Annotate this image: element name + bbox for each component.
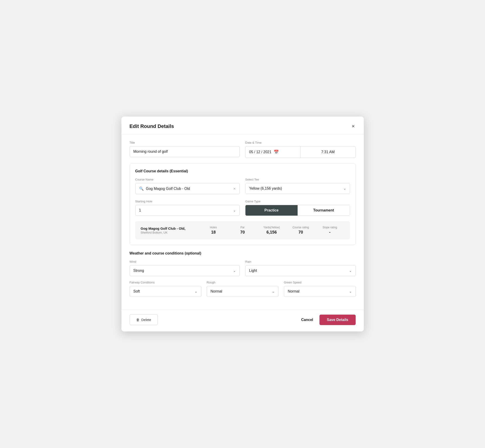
footer-right: Cancel Save Details <box>299 315 356 325</box>
course-info-name-text: Gog Magog Golf Club - Old, <box>141 226 199 230</box>
par-stat: Par 70 <box>228 226 257 235</box>
course-info-name: Gog Magog Golf Club - Old, Shelford Bott… <box>141 226 199 234</box>
holes-value: 18 <box>199 230 228 235</box>
yards-stat: Yards(Yellow) 6,156 <box>257 226 286 235</box>
green-speed-label: Green Speed <box>284 281 356 284</box>
search-icon: 🔍 <box>139 186 144 191</box>
select-tee-label: Select Tee <box>245 178 350 181</box>
chevron-down-icon-2: ⌄ <box>233 208 236 212</box>
tournament-toggle[interactable]: Tournament <box>298 205 350 216</box>
fairway-value: Soft <box>133 289 140 293</box>
fairway-dropdown[interactable]: Soft ⌄ <box>129 286 201 297</box>
course-rating-stat: Course rating 70 <box>286 226 315 235</box>
select-tee-value: Yellow (6,156 yards) <box>249 186 282 191</box>
datetime-label: Date & Time <box>245 141 356 144</box>
game-type-group: Game Type Practice Tournament <box>245 200 350 216</box>
clear-course-icon[interactable]: ✕ <box>233 187 236 191</box>
calendar-icon: 📅 <box>274 150 279 155</box>
chevron-down-icon-5: ⌄ <box>195 289 197 293</box>
course-rating-value: 70 <box>286 230 315 235</box>
holes-label: Holes <box>199 226 228 229</box>
save-button[interactable]: Save Details <box>319 315 356 325</box>
par-label: Par <box>228 226 257 229</box>
title-label: Title <box>129 141 240 144</box>
delete-label: Delete <box>141 318 151 322</box>
course-rating-label: Course rating <box>286 226 315 229</box>
starting-hole-value: 1 <box>139 208 141 212</box>
close-button[interactable]: × <box>351 123 356 130</box>
fairway-label: Fairway Conditions <box>129 281 201 284</box>
par-value: 70 <box>228 230 257 235</box>
wind-group: Wind Strong ⌄ <box>129 260 240 276</box>
rough-value: Normal <box>211 289 222 293</box>
chevron-down-icon-3: ⌄ <box>233 269 236 272</box>
wind-label: Wind <box>129 260 240 263</box>
fairway-group: Fairway Conditions Soft ⌄ <box>129 281 201 297</box>
date-part[interactable]: 05 / 12 / 2021 📅 <box>245 146 300 158</box>
select-tee-dropdown[interactable]: Yellow (6,156 yards) ⌄ <box>245 183 350 194</box>
starting-hole-group: Starting Hole 1 ⌄ <box>135 200 240 216</box>
green-speed-value: Normal <box>288 289 300 293</box>
golf-course-section: Golf Course details (Essential) Course N… <box>129 163 356 245</box>
game-type-label: Game Type <box>245 200 350 203</box>
rough-dropdown[interactable]: Normal ⌄ <box>207 286 278 297</box>
starting-hole-dropdown[interactable]: 1 ⌄ <box>135 205 240 216</box>
wind-rain-row: Wind Strong ⌄ Rain Light ⌄ <box>129 260 356 276</box>
rough-group: Rough Normal ⌄ <box>207 281 278 297</box>
yards-label: Yards(Yellow) <box>257 226 286 229</box>
chevron-down-icon-4: ⌄ <box>349 269 352 272</box>
hole-gametype-row: Starting Hole 1 ⌄ Game Type Practice Tou… <box>135 200 350 216</box>
wind-value: Strong <box>133 269 144 273</box>
rain-value: Light <box>249 269 257 273</box>
delete-button[interactable]: 🗑 Delete <box>129 314 158 325</box>
trash-icon: 🗑 <box>136 318 140 322</box>
rain-label: Rain <box>245 260 356 263</box>
course-info-box: Gog Magog Golf Club - Old, Shelford Bott… <box>135 221 350 239</box>
modal-body: Title Date & Time 05 / 12 / 2021 📅 7:31 … <box>121 135 364 308</box>
wind-dropdown[interactable]: Strong ⌄ <box>129 265 240 276</box>
time-part[interactable]: 7:31 AM <box>300 146 356 158</box>
date-time-row: 05 / 12 / 2021 📅 7:31 AM <box>245 146 356 158</box>
green-speed-group: Green Speed Normal ⌄ <box>284 281 356 297</box>
chevron-down-icon-7: ⌄ <box>349 289 352 293</box>
modal-footer: 🗑 Delete Cancel Save Details <box>121 310 364 331</box>
modal-title: Edit Round Details <box>129 123 174 129</box>
course-name-value: Gog Magog Golf Club - Old <box>146 187 231 191</box>
practice-toggle[interactable]: Practice <box>245 205 298 216</box>
green-speed-dropdown[interactable]: Normal ⌄ <box>284 286 356 297</box>
course-name-label: Course Name <box>135 178 240 181</box>
rough-label: Rough <box>207 281 278 284</box>
course-name-field[interactable]: 🔍 Gog Magog Golf Club - Old ✕ <box>135 183 240 194</box>
course-info-location: Shelford Bottom, UK <box>141 231 199 234</box>
rain-dropdown[interactable]: Light ⌄ <box>245 265 356 276</box>
time-value: 7:31 AM <box>321 150 335 154</box>
chevron-down-icon-6: ⌄ <box>272 289 275 293</box>
slope-rating-label: Slope rating <box>315 226 345 229</box>
weather-section-title: Weather and course conditions (optional) <box>129 251 356 256</box>
modal-header: Edit Round Details × <box>121 117 364 135</box>
slope-rating-stat: Slope rating - <box>315 226 345 235</box>
chevron-down-icon: ⌄ <box>343 187 346 190</box>
course-tee-row: Course Name 🔍 Gog Magog Golf Club - Old … <box>135 178 350 194</box>
title-input[interactable] <box>129 146 240 157</box>
rain-group: Rain Light ⌄ <box>245 260 356 276</box>
holes-stat: Holes 18 <box>199 226 228 235</box>
golf-section-title: Golf Course details (Essential) <box>135 169 350 173</box>
fairway-rough-green-row: Fairway Conditions Soft ⌄ Rough Normal ⌄… <box>129 281 356 297</box>
title-group: Title <box>129 141 240 158</box>
weather-section: Weather and course conditions (optional)… <box>129 251 356 297</box>
game-type-toggle: Practice Tournament <box>245 205 350 216</box>
select-tee-group: Select Tee Yellow (6,156 yards) ⌄ <box>245 178 350 194</box>
edit-round-modal: Edit Round Details × Title Date & Time 0… <box>121 117 364 331</box>
starting-hole-label: Starting Hole <box>135 200 240 203</box>
slope-rating-value: - <box>315 230 345 235</box>
cancel-button[interactable]: Cancel <box>299 315 315 325</box>
course-name-group: Course Name 🔍 Gog Magog Golf Club - Old … <box>135 178 240 194</box>
yards-value: 6,156 <box>257 230 286 235</box>
datetime-group: Date & Time 05 / 12 / 2021 📅 7:31 AM <box>245 141 356 158</box>
date-value: 05 / 12 / 2021 <box>249 150 271 154</box>
title-datetime-row: Title Date & Time 05 / 12 / 2021 📅 7:31 … <box>129 141 356 158</box>
